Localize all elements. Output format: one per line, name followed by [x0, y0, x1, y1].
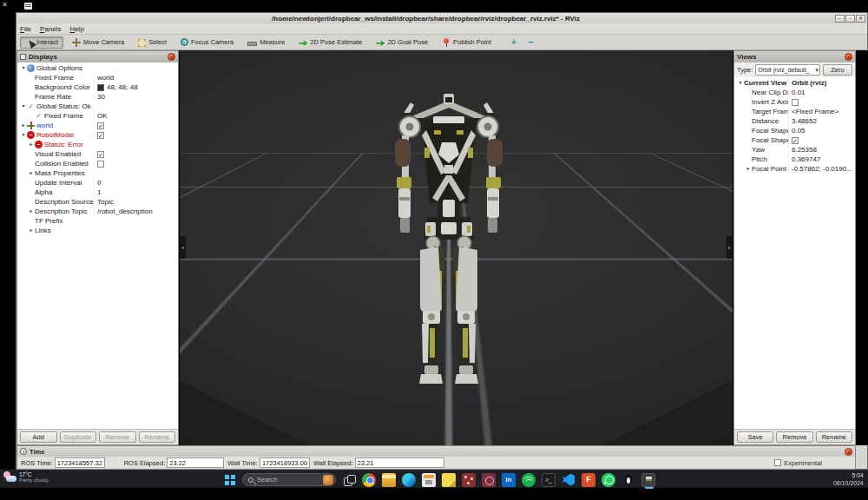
- expander-open-icon[interactable]: ▾: [20, 63, 27, 73]
- views-panel-header[interactable]: Views: [734, 51, 855, 62]
- remove-tool-button[interactable]: −: [524, 36, 538, 49]
- media-app-icon[interactable]: [482, 473, 496, 487]
- tree-row-yaw[interactable]: Yaw6.25358: [734, 145, 855, 155]
- expander-closed-icon[interactable]: ▸: [20, 121, 27, 130]
- taskbar-clock[interactable]: 5:04 08/10/2024: [833, 472, 864, 488]
- tree-row-status-error[interactable]: ▸−Status: Error: [17, 140, 178, 149]
- tool-select[interactable]: Select: [133, 36, 172, 49]
- tree-row-frame-rate[interactable]: Frame Rate30: [17, 92, 178, 102]
- tree-row-background-color[interactable]: Background Color48; 48; 48: [17, 82, 178, 92]
- edge-icon[interactable]: [402, 473, 416, 487]
- task-view-icon[interactable]: [342, 473, 356, 487]
- collapse-right-icon[interactable]: ▸: [727, 236, 733, 259]
- tree-row-alpha[interactable]: Alpha1: [17, 188, 178, 197]
- 3d-viewport[interactable]: ◂ ▸: [180, 50, 733, 445]
- minimize-window-button[interactable]: ─: [835, 15, 845, 23]
- row-value[interactable]: ✓: [94, 122, 178, 129]
- tree-row-pitch[interactable]: Pitch0.369747: [734, 155, 855, 164]
- linux-penguin-icon[interactable]: [621, 473, 635, 487]
- menu-panels[interactable]: Panels: [40, 25, 61, 33]
- tool-focus-camera[interactable]: Focus Camera: [175, 36, 239, 49]
- menu-help[interactable]: Help: [69, 25, 83, 33]
- experimental-toggle[interactable]: Experimental: [774, 459, 822, 467]
- tool-interact[interactable]: Interact: [20, 36, 63, 49]
- tree-row-tf-prefix[interactable]: TF Prefix: [17, 216, 178, 226]
- close-panel-icon[interactable]: [168, 53, 175, 61]
- tree-row-description-topic[interactable]: ▸Description Topic/robot_description: [17, 207, 178, 216]
- tree-row-focal-shape[interactable]: Focal Shape...✓: [734, 135, 855, 145]
- time-field-input-wall-time[interactable]: [260, 457, 310, 468]
- expander-open-icon[interactable]: ▾: [737, 78, 744, 88]
- time-panel-header[interactable]: Time: [17, 446, 855, 457]
- terminal-icon[interactable]: >_: [542, 473, 556, 487]
- checkbox-unchecked[interactable]: [97, 161, 104, 168]
- tree-row-fixed-frame[interactable]: ✓Fixed FrameOK: [17, 111, 178, 121]
- menu-file[interactable]: File: [20, 25, 31, 33]
- row-value[interactable]: <Fixed Frame>: [788, 107, 855, 116]
- save-button[interactable]: Save: [737, 431, 773, 443]
- tree-row-global-options[interactable]: ▾Global Options: [17, 63, 178, 73]
- expander-open-icon[interactable]: ▾: [20, 130, 27, 140]
- close-panel-icon[interactable]: [845, 448, 852, 456]
- rviz-active-icon[interactable]: [641, 473, 655, 487]
- tool-publish-point[interactable]: Publish Point: [437, 36, 496, 49]
- row-value[interactable]: -0.57862; -0.0190...: [788, 164, 855, 174]
- row-value[interactable]: 0.01: [788, 88, 855, 97]
- file-explorer-icon[interactable]: [382, 473, 396, 487]
- row-value[interactable]: 1: [94, 188, 178, 197]
- tree-row-visual-enabled[interactable]: Visual Enabled✓: [17, 149, 178, 159]
- experimental-checkbox[interactable]: [774, 459, 781, 466]
- tree-row-update-interval[interactable]: Update Interval0: [17, 178, 178, 188]
- row-value[interactable]: 3.48652: [788, 116, 855, 126]
- add-button[interactable]: Add: [20, 431, 57, 443]
- row-value[interactable]: 0.369747: [788, 155, 855, 164]
- checkbox-checked[interactable]: ✓: [97, 122, 104, 129]
- row-value[interactable]: 0: [94, 178, 178, 188]
- row-value[interactable]: 30: [94, 92, 178, 102]
- row-value[interactable]: [788, 99, 855, 106]
- row-value[interactable]: 0.05: [788, 126, 855, 135]
- tree-row-current-view[interactable]: ▾Current ViewOrbit (rviz): [734, 78, 855, 88]
- sticky-notes-icon[interactable]: [442, 473, 456, 487]
- expander-closed-icon[interactable]: ▸: [745, 164, 752, 174]
- row-value[interactable]: 48; 48; 48: [94, 82, 178, 92]
- row-value[interactable]: ✓: [94, 132, 178, 139]
- tree-row-target-frame[interactable]: Target Frame<Fixed Frame>: [734, 107, 855, 116]
- tree-row-invert-z-axis[interactable]: Invert Z Axis: [734, 97, 855, 107]
- close-panel-icon[interactable]: [845, 53, 852, 61]
- tree-row-robotmodel[interactable]: ▾−RobotModel✓: [17, 130, 178, 140]
- row-value[interactable]: ✓: [788, 137, 855, 144]
- tool-move-camera[interactable]: Move Camera: [67, 36, 129, 49]
- tree-row-near-clip-di[interactable]: Near Clip Di...0.01: [734, 88, 855, 97]
- tree-row-mass-properties[interactable]: ▸Mass Properties: [17, 168, 178, 178]
- checkbox-checked[interactable]: ✓: [792, 137, 799, 144]
- expander-closed-icon[interactable]: ▸: [28, 207, 35, 216]
- tree-row-global-status-ok[interactable]: ▾✓Global Status: Ok: [17, 102, 178, 111]
- view-type-dropdown[interactable]: Orbit (rviz_default_: [755, 64, 820, 76]
- tree-row-distance[interactable]: Distance3.48652: [734, 116, 855, 126]
- zero-button[interactable]: Zero: [823, 64, 852, 76]
- app-red-icon[interactable]: [462, 473, 476, 487]
- collapse-left-icon[interactable]: ◂: [180, 236, 186, 259]
- tool-2d-pose-estimate[interactable]: 2D Pose Estimate: [293, 36, 367, 49]
- tree-row-focal-shape[interactable]: Focal Shape...0.05: [734, 126, 855, 135]
- linkedin-icon[interactable]: in: [502, 473, 516, 487]
- row-value[interactable]: Topic: [94, 197, 178, 207]
- close-window-button[interactable]: ✕: [856, 15, 865, 23]
- row-value[interactable]: Orbit (rviz): [788, 78, 855, 88]
- vm-close-icon[interactable]: ✕: [2, 2, 8, 9]
- remove-button[interactable]: Remove: [776, 431, 812, 443]
- start-button[interactable]: [224, 474, 236, 486]
- rename-button[interactable]: Rename: [816, 431, 852, 443]
- tree-row-focal-point[interactable]: ▸Focal Point-0.57862; -0.0190...: [734, 164, 855, 174]
- row-value[interactable]: world: [94, 73, 178, 82]
- row-value[interactable]: OK: [94, 111, 178, 121]
- weather-widget[interactable]: 17°C Partly cloudy: [3, 471, 49, 484]
- tree-row-collision-enabled[interactable]: Collision Enabled: [17, 159, 178, 168]
- row-value[interactable]: /robot_description: [94, 207, 178, 216]
- tree-row-world[interactable]: ▸world✓: [17, 121, 178, 130]
- expander-open-icon[interactable]: ▾: [20, 102, 27, 111]
- checkbox-checked[interactable]: ✓: [97, 132, 104, 139]
- robot-model[interactable]: [384, 92, 514, 396]
- add-tool-button[interactable]: +: [507, 36, 521, 49]
